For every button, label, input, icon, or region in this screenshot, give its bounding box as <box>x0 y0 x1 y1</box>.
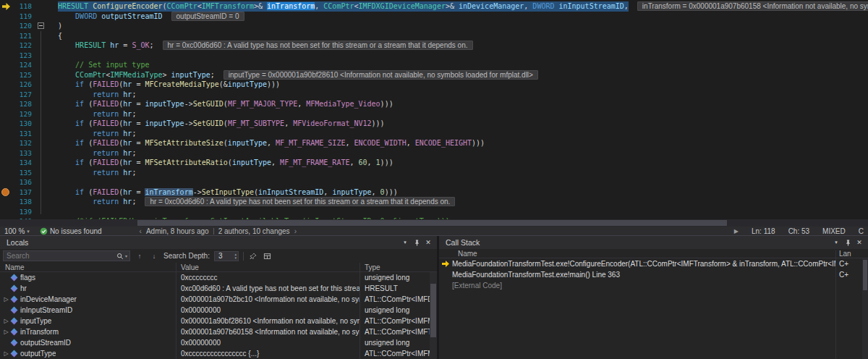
breakpoint-margin[interactable] <box>0 41 12 51</box>
spinner-carets[interactable]: ▴ ▾ <box>234 253 238 260</box>
breakpoint-margin[interactable] <box>0 168 12 178</box>
code-line[interactable]: 137 if (FAILED(hr = inTransform->SetInpu… <box>0 187 868 198</box>
code-line[interactable]: 119 DWORD outputStreamIDoutputStreamID =… <box>0 12 868 22</box>
code-line[interactable]: 123 <box>0 51 868 61</box>
vertical-scrollbar-thumb[interactable] <box>430 284 436 337</box>
pin-values-button[interactable] <box>248 251 258 261</box>
breakpoint-margin[interactable] <box>0 187 12 198</box>
search-icon[interactable] <box>115 253 125 260</box>
breakpoint-margin[interactable] <box>0 177 12 187</box>
window-position-icon[interactable]: ▾ <box>399 237 411 248</box>
horizontal-scrollbar-thumb[interactable] <box>137 220 727 226</box>
code-line[interactable]: 128 if (FAILED(hr = inputType->SetGUID(M… <box>0 99 868 109</box>
code-line[interactable]: 135 return hr; <box>0 168 868 178</box>
column-header-name[interactable]: Name <box>439 250 835 258</box>
locals-row[interactable]: inInputStreamID0x00000000unsigned long <box>0 305 437 316</box>
encoding-indicator[interactable]: C <box>859 227 864 235</box>
run-arrow-icon[interactable]: ▶ <box>734 228 739 235</box>
breakpoint-margin[interactable] <box>0 99 12 109</box>
column-header-language[interactable]: Lan <box>835 250 868 258</box>
stack-frame-row[interactable]: MediaFoundationTransformTest.exe!Configu… <box>439 258 868 269</box>
breakpoint-margin[interactable] <box>0 12 12 22</box>
editor-horizontal-scrollbar[interactable] <box>0 219 868 227</box>
variable-value[interactable]: 0xcccccccccccccccc {...} <box>176 350 359 358</box>
locals-vertical-scrollbar[interactable] <box>430 272 437 359</box>
close-icon[interactable]: ✕ <box>854 237 865 248</box>
code-editor[interactable]: 118HRESULT ConfigureEncoder(CComPtr<IMFT… <box>0 0 868 219</box>
spinner-down-icon[interactable]: ▾ <box>234 256 237 260</box>
close-icon[interactable]: ✕ <box>422 237 434 248</box>
pin-icon[interactable] <box>411 237 422 248</box>
breakpoint-margin[interactable] <box>0 138 12 148</box>
debug-datatip[interactable]: inTransform = 0x000001a907b60158 <Inform… <box>637 1 868 11</box>
breakpoint-margin[interactable] <box>0 129 12 139</box>
breakpoint-margin[interactable] <box>0 21 12 31</box>
search-prev-icon[interactable]: ↑ <box>135 251 145 261</box>
search-options-chevron-icon[interactable]: ▾ <box>125 253 129 258</box>
locals-title-bar[interactable]: Locals ▾ ✕ <box>0 236 437 249</box>
breakpoint-margin[interactable] <box>0 119 12 129</box>
locals-row[interactable]: outputStreamID0x00000000unsigned long <box>0 337 437 348</box>
stack-frame-row[interactable]: [External Code] <box>439 280 868 291</box>
breakpoint-margin[interactable] <box>0 51 12 61</box>
breakpoint-margin[interactable] <box>0 60 12 70</box>
column-header-type[interactable]: Type <box>359 263 437 271</box>
variable-value[interactable]: 0x000001a907b60158 <Information not avai… <box>176 328 359 336</box>
locals-row[interactable]: flags0xccccccccunsigned long <box>0 272 437 283</box>
code-line[interactable]: 132 if (FAILED(hr = MFSetAttributeSize(i… <box>0 138 868 148</box>
line-ending-indicator[interactable]: MIXED <box>822 227 846 235</box>
breakpoint-margin[interactable] <box>0 207 12 217</box>
variable-value[interactable]: 0x000001a90bf28610 <Information not avai… <box>176 317 359 325</box>
code-line[interactable]: 131 return hr; <box>0 129 868 139</box>
fold-collapse-icon[interactable] <box>38 22 44 29</box>
expand-icon[interactable]: ▷ <box>2 296 10 303</box>
code-line[interactable]: 133 return hr; <box>0 148 868 159</box>
variable-value[interactable]: 0x000001a907b2bc10 <Information not avai… <box>176 295 359 303</box>
breakpoint-margin[interactable] <box>0 80 12 90</box>
column-indicator[interactable]: Ch: 53 <box>788 227 809 235</box>
breakpoint-margin[interactable] <box>0 158 12 168</box>
locals-row[interactable]: ▷inTransform0x000001a907b60158 <Informat… <box>0 326 437 337</box>
search-next-icon[interactable]: ↓ <box>149 251 159 261</box>
view-options-button[interactable] <box>263 251 273 261</box>
variable-value[interactable]: 0xc00d6d60 : A valid type has not been s… <box>176 284 359 292</box>
vertical-scrollbar-thumb[interactable] <box>863 260 867 290</box>
code-line[interactable]: 129 return hr; <box>0 109 868 119</box>
code-line[interactable]: 126 if (FAILED(hr = MFCreateMediaType(&i… <box>0 80 868 90</box>
locals-row[interactable]: ▷outputType0xcccccccccccccccc {...}ATL::… <box>0 348 437 359</box>
debug-datatip[interactable]: hr = 0xc00d6d60 : A valid type has not b… <box>163 41 473 50</box>
zoom-control[interactable]: 100 % ▾ <box>4 227 30 235</box>
locals-search-box[interactable]: ▾ <box>3 250 130 261</box>
code-line[interactable]: 121{ <box>0 31 868 41</box>
variable-value[interactable]: 0x00000000 <box>176 306 359 314</box>
locals-row[interactable]: hr0xc00d6d60 : A valid type has not been… <box>0 283 437 294</box>
code-line[interactable]: 130 if (FAILED(hr = inputType->SetGUID(M… <box>0 119 868 129</box>
debug-datatip[interactable]: outputStreamID = 0 <box>171 12 244 21</box>
breakpoint-margin[interactable] <box>0 197 12 207</box>
callstack-title-bar[interactable]: Call Stack ▾ ✕ <box>439 236 868 249</box>
debug-datatip[interactable]: hr = 0xc00d6d60 : A valid type has not b… <box>145 197 455 206</box>
health-indicator[interactable]: No issues found <box>40 227 102 235</box>
locals-row[interactable]: ▷inputType0x000001a90bf28610 <Informatio… <box>0 316 437 326</box>
stack-frame-row[interactable]: MediaFoundationTransformTest.exe!main() … <box>439 269 868 280</box>
code-line[interactable]: 138 return hr;hr = 0xc00d6d60 : A valid … <box>0 197 868 207</box>
breakpoint-margin[interactable] <box>0 70 12 80</box>
code-line[interactable]: 118HRESULT ConfigureEncoder(CComPtr<IMFT… <box>0 1 868 12</box>
callstack-vertical-scrollbar[interactable] <box>862 258 868 359</box>
column-header-name[interactable]: Name <box>0 263 176 271</box>
variable-value[interactable]: 0x00000000 <box>176 339 359 347</box>
window-position-icon[interactable]: ▾ <box>830 237 842 248</box>
breakpoint-margin[interactable] <box>0 90 12 100</box>
search-input[interactable] <box>4 252 115 260</box>
code-line[interactable]: 127 return hr; <box>0 90 868 100</box>
expand-icon[interactable]: ▷ <box>2 318 10 324</box>
code-line[interactable]: 125 CComPtr<IMFMediaType> inputType;inpu… <box>0 70 868 80</box>
variable-value[interactable]: 0xcccccccc <box>176 274 359 282</box>
debug-datatip[interactable]: inputType = 0x000001a90bf28610 <Informat… <box>224 70 538 80</box>
code-line[interactable]: 139 <box>0 207 868 217</box>
code-line[interactable]: 124 // Set input type <box>0 60 868 70</box>
line-indicator[interactable]: Ln: 118 <box>752 227 775 235</box>
search-depth-spinner[interactable]: 3 ▴ ▾ <box>214 251 239 261</box>
expand-icon[interactable]: ▷ <box>2 350 10 357</box>
code-line[interactable]: 134 if (FAILED(hr = MFSetAttributeRatio(… <box>0 158 868 168</box>
